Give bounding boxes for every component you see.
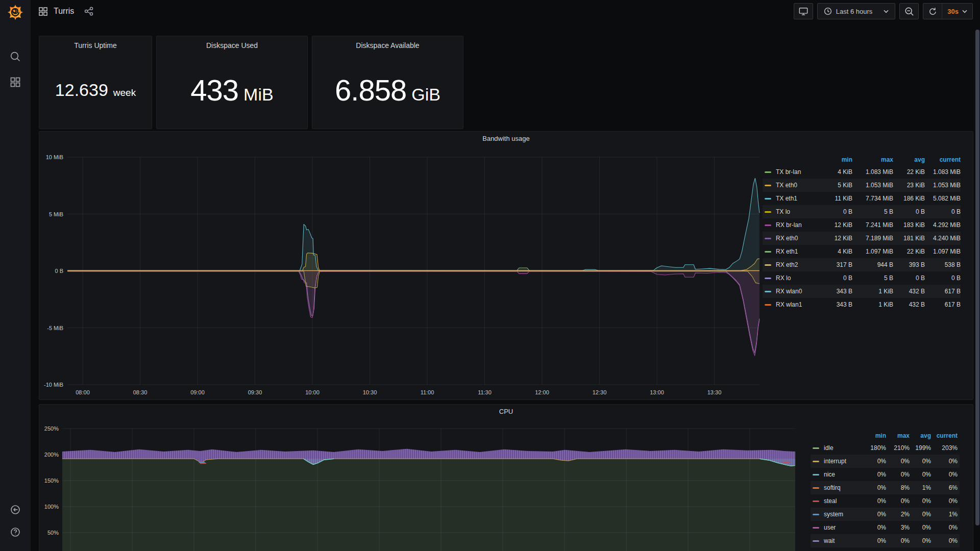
legend-value: 0%: [863, 511, 886, 518]
legend-row[interactable]: TX eth111 KiB7.734 MiB186 KiB5.082 MiB: [763, 192, 961, 205]
series-name[interactable]: RX lo: [765, 274, 821, 282]
legend-col-current[interactable]: current: [931, 432, 958, 439]
series-name[interactable]: steal: [813, 497, 863, 505]
series-label: user: [824, 524, 836, 531]
series-swatch: [765, 185, 771, 186]
refresh-interval-dropdown[interactable]: 30s: [942, 8, 972, 15]
series-label: RX eth2: [776, 261, 798, 268]
grafana-logo[interactable]: [7, 4, 24, 21]
series-name[interactable]: TX eth1: [765, 195, 821, 202]
legend-row[interactable]: RX lo0 B5 B0 B0 B: [763, 271, 961, 285]
series-name[interactable]: softirq: [813, 484, 863, 491]
series-name[interactable]: RX wlan1: [765, 301, 821, 308]
panel-title[interactable]: Turris Uptime: [39, 36, 152, 49]
legend-col-avg[interactable]: avg: [910, 432, 931, 439]
legend-col-min[interactable]: min: [821, 156, 852, 163]
legend-value: 22 KiB: [893, 168, 925, 176]
legend-col-avg[interactable]: avg: [893, 156, 925, 163]
legend-value: 0%: [910, 458, 931, 465]
series-name[interactable]: RX br-lan: [765, 221, 821, 229]
panel-title[interactable]: Diskspace Used: [157, 36, 307, 49]
series-name[interactable]: interrupt: [813, 458, 863, 465]
refresh-button[interactable]: [923, 4, 942, 19]
series-name[interactable]: system: [813, 511, 863, 518]
legend-value: 0 B: [925, 208, 961, 215]
legend-row[interactable]: system0%2%0%1%: [811, 508, 960, 521]
series-swatch: [813, 461, 819, 462]
legend-value: 432 B: [893, 301, 925, 308]
time-range-button[interactable]: Last 6 hours: [817, 3, 896, 19]
refresh-group: 30s: [923, 3, 973, 19]
legend-value: 0%: [910, 471, 931, 478]
legend-value: 0%: [886, 497, 910, 505]
legend-row[interactable]: RX eth2317 B944 B393 B538 B: [763, 258, 961, 271]
series-name[interactable]: RX eth0: [765, 235, 821, 242]
panel-title[interactable]: Diskspace Available: [312, 36, 463, 49]
svg-text:11:00: 11:00: [421, 389, 434, 395]
series-name[interactable]: RX eth1: [765, 248, 821, 255]
series-label: RX br-lan: [776, 221, 802, 229]
series-name[interactable]: idle: [813, 444, 863, 452]
series-name[interactable]: nice: [813, 471, 863, 478]
legend-row[interactable]: RX br-lan12 KiB7.241 MiB183 KiB4.292 MiB: [763, 218, 961, 232]
help-icon[interactable]: [0, 522, 31, 542]
legend-col-current[interactable]: current: [925, 156, 961, 163]
svg-text:-5 MiB: -5 MiB: [47, 325, 63, 331]
legend-value: 11 KiB: [821, 195, 852, 202]
series-swatch: [765, 211, 771, 213]
svg-text:200%: 200%: [44, 452, 59, 458]
series-label: idle: [824, 444, 834, 452]
legend-row[interactable]: TX eth05 KiB1.053 MiB23 KiB1.053 MiB: [763, 179, 961, 192]
legend-col-max[interactable]: max: [886, 432, 910, 439]
legend-row[interactable]: RX eth012 KiB7.189 MiB181 KiB4.240 MiB: [763, 232, 961, 245]
share-icon[interactable]: [84, 7, 93, 16]
legend-row[interactable]: TX lo0 B5 B0 B0 B: [763, 205, 961, 218]
series-name[interactable]: wait: [813, 537, 863, 544]
top-nav: Turris Last 6 hours: [31, 0, 980, 22]
legend-value: 7.241 MiB: [852, 221, 893, 229]
svg-text:09:00: 09:00: [190, 389, 205, 395]
sign-in-icon[interactable]: [0, 500, 31, 519]
legend-value: 538 B: [925, 261, 961, 268]
legend-row[interactable]: idle180%210%199%203%: [811, 441, 960, 455]
svg-text:0 B: 0 B: [55, 268, 63, 274]
zoom-out-button[interactable]: [899, 3, 919, 19]
series-label: TX eth0: [776, 182, 797, 189]
legend-value: 1.097 MiB: [925, 248, 961, 255]
legend-col-min[interactable]: min: [863, 432, 886, 439]
series-name[interactable]: TX eth0: [765, 182, 821, 189]
legend-value: 1 KiB: [852, 288, 893, 295]
dashboards-icon[interactable]: [0, 72, 31, 92]
stat-unit: MiB: [243, 85, 274, 105]
legend-row[interactable]: steal0%0%0%0%: [811, 494, 960, 508]
legend-row[interactable]: softirq0%8%1%6%: [811, 481, 960, 494]
legend-col-max[interactable]: max: [852, 156, 893, 163]
legend-row[interactable]: TX br-lan4 KiB1.083 MiB22 KiB1.083 MiB: [763, 165, 961, 179]
legend-row[interactable]: user0%3%0%0%: [811, 521, 960, 534]
panel-title[interactable]: CPU: [39, 408, 973, 415]
legend-row[interactable]: RX wlan1343 B1 KiB432 B617 B: [763, 298, 961, 311]
legend-value: 0 B: [821, 274, 852, 282]
legend-row[interactable]: RX wlan0343 B1 KiB432 B617 B: [763, 285, 961, 298]
dashboard-title[interactable]: Turris: [54, 7, 74, 16]
legend-value: 5 B: [852, 208, 893, 215]
series-name[interactable]: RX wlan0: [765, 288, 821, 295]
search-icon[interactable]: [0, 47, 31, 66]
series-label: TX br-lan: [776, 168, 801, 176]
svg-text:-10 MiB: -10 MiB: [44, 382, 63, 388]
svg-text:150%: 150%: [44, 478, 59, 484]
series-name[interactable]: RX eth2: [765, 261, 821, 268]
panel-title[interactable]: Bandwith usage: [39, 135, 973, 142]
series-name[interactable]: TX lo: [765, 208, 821, 215]
dashboard-grid-icon[interactable]: [39, 7, 47, 16]
series-name[interactable]: user: [813, 524, 863, 531]
legend-row[interactable]: nice0%0%0%0%: [811, 468, 960, 481]
legend-row[interactable]: interrupt0%0%0%0%: [811, 455, 960, 468]
series-name[interactable]: TX br-lan: [765, 168, 821, 176]
legend-row[interactable]: RX eth14 KiB1.097 MiB22 KiB1.097 MiB: [763, 245, 961, 258]
tv-mode-button[interactable]: [794, 3, 813, 19]
svg-text:250%: 250%: [44, 425, 59, 432]
scrollbar[interactable]: [975, 30, 979, 525]
series-swatch: [813, 514, 819, 515]
legend-row[interactable]: wait0%0%0%0%: [811, 534, 960, 547]
